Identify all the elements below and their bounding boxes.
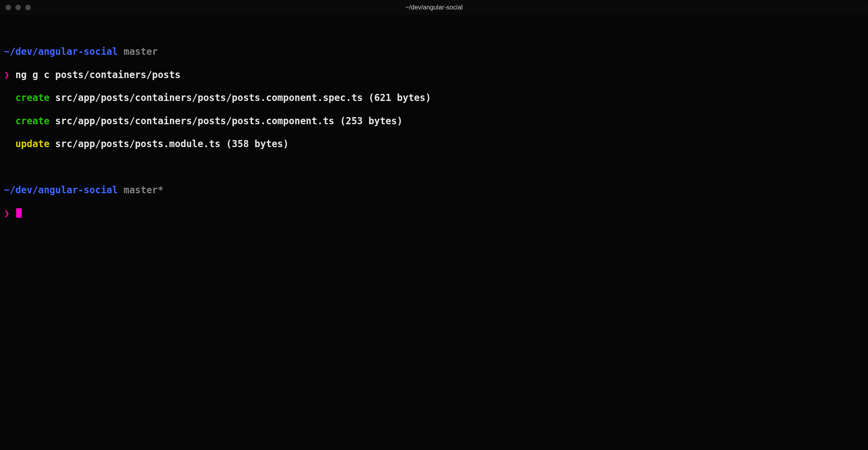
git-branch: master <box>123 46 158 57</box>
output-line: create src/app/posts/containers/posts/po… <box>4 116 864 127</box>
maximize-icon[interactable] <box>25 5 31 10</box>
cwd: ~/dev/angular-social <box>4 185 118 196</box>
prompt-char-icon: ❯ <box>4 208 9 219</box>
blank-line <box>4 162 864 173</box>
prompt-char-icon: ❯ <box>4 69 9 80</box>
output-line: create src/app/posts/containers/posts/po… <box>4 92 864 104</box>
action-create: create <box>15 92 50 103</box>
command-line-2[interactable]: ❯ <box>4 208 864 219</box>
output-path: src/app/posts/posts.module.ts (358 bytes… <box>50 138 289 149</box>
prompt-line-1: ~/dev/angular-social master <box>4 46 864 58</box>
command-line-1: ❯ ng g c posts/containers/posts <box>4 69 864 81</box>
output-line: update src/app/posts/posts.module.ts (35… <box>4 138 864 150</box>
output-path: src/app/posts/containers/posts/posts.com… <box>50 116 403 127</box>
git-branch: master* <box>123 185 163 196</box>
prompt-line-2: ~/dev/angular-social master* <box>4 185 864 196</box>
terminal-window: ~/dev/angular-social ~/dev/angular-socia… <box>0 0 868 450</box>
close-icon[interactable] <box>6 5 11 10</box>
command-text: ng g c posts/containers/posts <box>15 69 181 80</box>
terminal-body[interactable]: ~/dev/angular-social master ❯ ng g c pos… <box>0 15 868 450</box>
titlebar: ~/dev/angular-social <box>0 0 868 15</box>
traffic-lights <box>6 5 31 10</box>
cwd: ~/dev/angular-social <box>4 46 118 57</box>
action-update: update <box>15 138 50 149</box>
cursor-icon <box>16 208 22 218</box>
action-create: create <box>15 116 50 127</box>
output-path: src/app/posts/containers/posts/posts.com… <box>50 92 431 103</box>
minimize-icon[interactable] <box>15 5 21 10</box>
window-title: ~/dev/angular-social <box>405 4 463 11</box>
